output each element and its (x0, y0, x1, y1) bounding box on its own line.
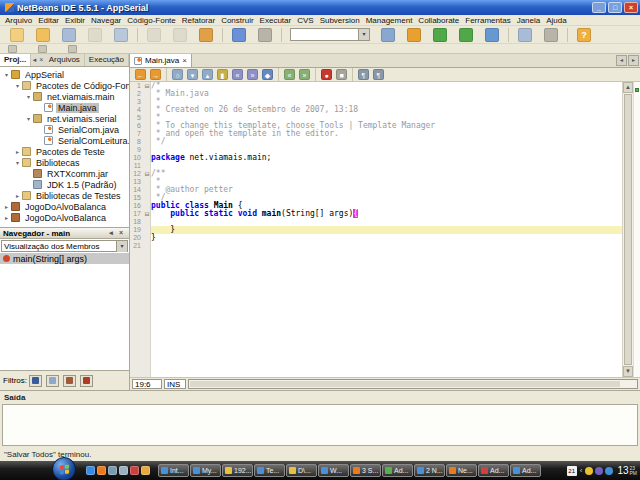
new-file-icon[interactable] (10, 28, 24, 42)
menu-management[interactable]: Management (363, 16, 416, 25)
tray-antivirus-icon[interactable] (605, 467, 613, 475)
code-text[interactable]: * Created on 26 de Setembro de 2007, 13:… (151, 106, 622, 114)
filter-show-fields-button[interactable] (29, 375, 42, 387)
menu-executar[interactable]: Executar (257, 16, 295, 25)
tab-arquivos[interactable]: Arquivos (45, 54, 85, 66)
task-button-10[interactable]: Ne... (446, 464, 477, 477)
paste-icon[interactable] (199, 28, 213, 42)
tree-collapse-icon[interactable]: ▾ (2, 71, 11, 78)
tree-item-bibliotecas-de-testes[interactable]: ▸Bibliotecas de Testes (0, 190, 129, 201)
undo-icon[interactable] (232, 28, 246, 42)
tree-collapse-icon[interactable]: ▾ (24, 115, 33, 122)
tree-item-serialcom-java[interactable]: SerialCom.java (0, 124, 129, 135)
tab-proj[interactable]: Proj... (0, 54, 31, 66)
tree-expand-icon[interactable]: ▸ (2, 214, 11, 221)
tab-execu-o[interactable]: Execução (85, 54, 129, 66)
minimize-button[interactable]: _ (592, 2, 606, 13)
task-button-7[interactable]: 3 S... (350, 464, 381, 477)
menu-janela[interactable]: Janela (514, 16, 544, 25)
my-documents-icon[interactable] (141, 466, 150, 475)
menu-navegar[interactable]: Navegar (88, 16, 124, 25)
shift-left-icon[interactable]: « (284, 69, 295, 80)
task-button-3[interactable]: 192... (222, 464, 253, 477)
calendar-tray-icon[interactable]: 21 (567, 466, 577, 476)
uncomment-icon[interactable]: ¶ (373, 69, 384, 80)
titlebar[interactable]: NetBeans IDE 5.5.1 - AppSerial _ □ × (0, 0, 640, 15)
tree-item-pacotes-de-teste[interactable]: ▸Pacotes de Teste (0, 146, 129, 157)
debug-project-icon[interactable] (485, 28, 499, 42)
tree-item-appserial[interactable]: ▾AppSerial (0, 69, 129, 80)
navigator-header[interactable]: Navegador - main ◂ × (0, 227, 129, 239)
menu-cvs[interactable]: CVS (294, 16, 316, 25)
code-text[interactable]: /* (151, 82, 622, 90)
tree-expand-icon[interactable]: ▸ (2, 203, 11, 210)
start-button[interactable] (52, 457, 76, 480)
shift-right-icon[interactable]: » (299, 69, 310, 80)
build-project-icon[interactable] (407, 28, 421, 42)
show-desktop-icon[interactable] (108, 466, 117, 475)
task-button-2[interactable]: My... (190, 464, 221, 477)
open-file-icon[interactable] (36, 28, 50, 42)
task-button-1[interactable]: Int... (158, 464, 189, 477)
cut-icon[interactable] (147, 28, 161, 42)
code-text[interactable]: } (151, 234, 622, 242)
task-button-9[interactable]: 2 N...▾ (414, 464, 445, 477)
find-previous-icon[interactable]: ▴ (202, 69, 213, 80)
start-macro-icon[interactable]: ● (321, 69, 332, 80)
menu-refatorar[interactable]: Refatorar (179, 16, 218, 25)
menu-construir[interactable]: Construir (218, 16, 256, 25)
tree-item-jogodoalvobalanca[interactable]: ▸JogoDoAlvoBalanca (0, 201, 129, 212)
profile-icon[interactable] (518, 28, 532, 42)
minimize-panel-icon[interactable]: ◂ (31, 54, 38, 66)
media-player-icon[interactable] (119, 466, 128, 475)
run-project-icon[interactable] (433, 28, 447, 42)
close-panel-icon[interactable]: × (38, 54, 45, 66)
quick-search-input[interactable] (291, 29, 358, 40)
comment-icon[interactable]: ¶ (358, 69, 369, 80)
tab-main-java[interactable]: Main.java × (130, 54, 192, 67)
scroll-up-icon[interactable]: ▲ (623, 82, 633, 93)
tree-collapse-icon[interactable]: ▾ (13, 82, 22, 89)
tree-collapse-icon[interactable]: ▾ (24, 93, 33, 100)
output-header[interactable]: Saída (0, 391, 640, 403)
tree-item-net-viamais-main[interactable]: ▾net.viamais.main (0, 91, 129, 102)
print-icon[interactable] (114, 28, 128, 42)
tree-item-pacotes-de-c-digo-fonte[interactable]: ▾Pacotes de Código-Fonte (0, 80, 129, 91)
tree-item-jdk-1-5-padr-o[interactable]: JDK 1.5 (Padrão) (0, 179, 129, 190)
close-button[interactable]: × (624, 2, 638, 13)
tree-expand-icon[interactable]: ▸ (13, 148, 22, 155)
scrollbar-thumb[interactable] (624, 94, 632, 365)
menu-c-digo-fonte[interactable]: Código-Fonte (124, 16, 178, 25)
code-text[interactable] (151, 218, 622, 226)
code-text[interactable] (151, 162, 622, 170)
menu-editar[interactable]: Editar (35, 16, 62, 25)
tree-item-jogodoalvobalanca[interactable]: ▸JogoDoAlvoBalanca (0, 212, 129, 223)
menu-collaborate[interactable]: Collaborate (415, 16, 462, 25)
horizontal-scrollbar[interactable] (188, 379, 638, 389)
tree-expand-icon[interactable]: ▸ (13, 192, 22, 199)
filter-show-inherited-button[interactable] (80, 375, 93, 387)
previous-bookmark-icon[interactable]: « (232, 69, 243, 80)
find-icon[interactable]: ○ (172, 69, 183, 80)
tree-item-serialcomleitura-java[interactable]: SerialComLeitura.java (0, 135, 129, 146)
copy-icon[interactable] (173, 28, 187, 42)
filter-show-non-public-button[interactable] (63, 375, 76, 387)
tray-updates-icon[interactable] (585, 467, 593, 475)
error-stripe[interactable] (633, 82, 640, 377)
task-button-12[interactable]: Ad... (510, 464, 541, 477)
firefox-icon[interactable] (97, 466, 106, 475)
code-text[interactable]: */ (151, 138, 622, 146)
tree-item-net-viamais-serial[interactable]: ▾net.viamais.serial (0, 113, 129, 124)
code-text[interactable]: /** (151, 170, 622, 178)
navigator-minimize-icon[interactable]: ◂ (106, 227, 116, 239)
toggle-highlight-icon[interactable]: ▮ (217, 69, 228, 80)
find-next-icon[interactable]: ▾ (187, 69, 198, 80)
scroll-tabs-left-icon[interactable]: ◂ (616, 55, 627, 66)
vertical-scrollbar[interactable]: ▲ ▼ (622, 82, 633, 377)
member-main-string-args[interactable]: main(String[] args) (0, 253, 129, 264)
tree-item-bibliotecas[interactable]: ▾Bibliotecas (0, 157, 129, 168)
code-text[interactable]: } (151, 226, 622, 234)
fold-collapse-icon[interactable]: ⊟ (143, 210, 151, 218)
quick-search-combo[interactable]: ▾ (290, 28, 370, 41)
output-content[interactable] (2, 404, 638, 446)
